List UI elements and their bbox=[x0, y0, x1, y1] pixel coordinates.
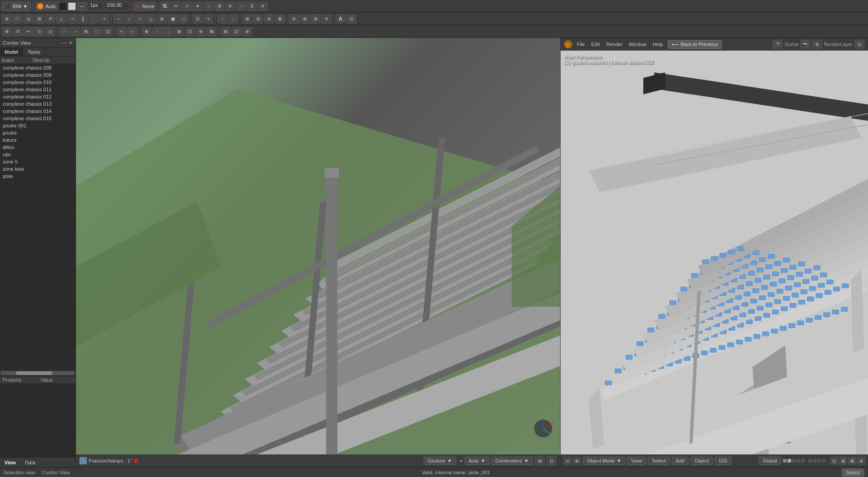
list-item[interactable]: toiture bbox=[0, 136, 75, 144]
auto-dropdown[interactable]: Auto ▼ bbox=[464, 457, 490, 465]
snap-par-btn[interactable]: ∥ bbox=[78, 14, 88, 23]
view-icon-3[interactable]: ⊠ bbox=[848, 457, 856, 465]
list-item[interactable]: dillon bbox=[0, 144, 75, 151]
t3-btn-16[interactable]: ⊞ bbox=[174, 27, 184, 36]
t3-btn-20[interactable]: ⊞ bbox=[221, 27, 231, 36]
text-btn[interactable]: A bbox=[335, 14, 345, 23]
left-viewport[interactable]: X Y Z Francorchamps : 1° Gesture bbox=[76, 38, 561, 467]
close-btn-combo[interactable]: ✕ bbox=[68, 40, 73, 46]
object-mode-btn[interactable]: Object Mode ▼ bbox=[583, 457, 625, 465]
snap-vertex-btn[interactable]: ⊕ bbox=[2, 14, 12, 23]
t3-btn-21[interactable]: ⊡ bbox=[231, 27, 241, 36]
snap-face-btn[interactable]: ◎ bbox=[24, 14, 33, 23]
layer-dot-2[interactable] bbox=[808, 459, 812, 463]
list-item[interactable]: rain bbox=[0, 151, 75, 158]
snap-perp-btn[interactable]: ⊥ bbox=[56, 14, 66, 23]
layer-dot-2[interactable] bbox=[817, 459, 821, 463]
layer-dot[interactable] bbox=[788, 459, 791, 463]
tool-btn-5[interactable]: ○ bbox=[203, 2, 213, 11]
none-dropdown[interactable]: ⊘ None bbox=[133, 2, 156, 11]
gis-btn[interactable]: GIS bbox=[715, 457, 731, 465]
relative-btn[interactable]: △ bbox=[146, 14, 156, 23]
list-item[interactable]: complexe chassis 015 bbox=[0, 115, 75, 122]
list-item[interactable]: complexe chassis 011 bbox=[0, 86, 75, 93]
list-item[interactable]: complexe chassis 012 bbox=[0, 93, 75, 100]
layer-dot[interactable] bbox=[783, 459, 787, 463]
t3-btn-6[interactable]: ↔ bbox=[59, 27, 69, 36]
select-btn[interactable]: Select bbox=[648, 457, 670, 465]
scroll-thumb[interactable] bbox=[16, 371, 53, 375]
extra-btn[interactable]: ⊡ bbox=[346, 14, 356, 23]
fill-btn[interactable]: ▣ bbox=[168, 14, 178, 23]
menu-help[interactable]: Help bbox=[651, 41, 665, 48]
view-icon-2[interactable]: ⊞ bbox=[839, 457, 847, 465]
list-item[interactable]: complexe chassis 009 bbox=[0, 71, 75, 79]
list-item[interactable]: complexe chassis 013 bbox=[0, 100, 75, 108]
snap-angle-btn[interactable]: ↺ bbox=[45, 14, 55, 23]
color-swatch-light[interactable] bbox=[68, 2, 76, 10]
tool-btn-7[interactable]: ✕ bbox=[225, 2, 235, 11]
movedown-btn[interactable]: ↓ bbox=[228, 14, 238, 23]
snap-edge-btn[interactable]: ➕ bbox=[13, 14, 23, 23]
constrain-y-btn[interactable]: ↕ bbox=[124, 14, 134, 23]
array-btn[interactable]: ⊞ bbox=[242, 14, 252, 23]
close-btn[interactable]: □ bbox=[179, 14, 189, 23]
tab-view[interactable]: View bbox=[0, 458, 20, 467]
t3-btn-14[interactable]: ↑ bbox=[152, 27, 162, 36]
line-style-btn[interactable]: — bbox=[77, 2, 87, 11]
list-item[interactable]: zone bois bbox=[0, 165, 75, 173]
tool-btn-close[interactable]: ✕ bbox=[258, 2, 268, 11]
list-item[interactable]: poutre 001 bbox=[0, 122, 75, 129]
workbench-selector[interactable]: ⬛ BIM ▼ bbox=[2, 2, 31, 11]
offset-btn[interactable]: ⊛ bbox=[264, 14, 274, 23]
tab-data[interactable]: Data bbox=[20, 458, 40, 467]
list-item[interactable]: poutre bbox=[0, 129, 75, 136]
global-btn[interactable]: ⊕ bbox=[157, 14, 167, 23]
tool-btn-9[interactable]: ⊻ bbox=[247, 2, 257, 11]
constrain-z-btn[interactable]: ⤢ bbox=[135, 14, 145, 23]
t3-btn-2[interactable]: ↺ bbox=[13, 27, 23, 36]
t3-btn-19[interactable]: ⊠ bbox=[207, 27, 217, 36]
t3-btn-9[interactable]: □ bbox=[92, 27, 102, 36]
scene-icon[interactable]: 🎬 bbox=[773, 40, 783, 49]
layer-dot[interactable] bbox=[801, 459, 805, 463]
list-item[interactable]: complexe chassis 014 bbox=[0, 108, 75, 115]
selection-view-label[interactable]: Selection view bbox=[4, 470, 35, 475]
list-item[interactable]: complexe chassis 008 bbox=[0, 64, 75, 71]
layer-dot[interactable] bbox=[792, 459, 796, 463]
centimeters-dropdown[interactable]: Centimeters ▼ bbox=[491, 457, 533, 465]
stretch-btn[interactable]: ⊠ bbox=[275, 14, 285, 23]
add-btn[interactable]: Add bbox=[672, 457, 689, 465]
wire-btn[interactable]: ⊡ bbox=[193, 14, 203, 23]
layer-dot-2[interactable] bbox=[813, 459, 816, 463]
move-btn[interactable]: ↑ bbox=[217, 14, 227, 23]
gesture-dropdown[interactable]: Gesture ▼ bbox=[424, 457, 456, 465]
left-3d-canvas[interactable]: X Y Z bbox=[76, 38, 560, 454]
list-item[interactable]: complexe chassis 010 bbox=[0, 79, 75, 86]
t3-btn-18[interactable]: ⊛ bbox=[196, 27, 206, 36]
tool-btn-6[interactable]: ⚙ bbox=[214, 2, 224, 11]
right-viewport[interactable]: File Edit Render Window Help ⟵ Back to P… bbox=[561, 38, 868, 467]
viewport-icon-2[interactable]: ⊡ bbox=[547, 456, 557, 465]
t3-btn-11[interactable]: ∿ bbox=[117, 27, 127, 36]
view-btn[interactable]: View bbox=[627, 457, 646, 465]
nav-icon-1[interactable]: ⊙ bbox=[563, 457, 571, 465]
t3-btn-5[interactable]: ⊙ bbox=[45, 27, 55, 36]
menu-render[interactable]: Render bbox=[604, 41, 624, 48]
t3-btn-12[interactable]: ≈ bbox=[127, 27, 137, 36]
color-swatch-dark[interactable] bbox=[59, 2, 67, 10]
line-width-input[interactable]: 1px bbox=[88, 2, 104, 11]
bspline-btn[interactable]: ∿ bbox=[203, 14, 213, 23]
right-3d-canvas[interactable] bbox=[561, 51, 868, 454]
snap-grid-btn[interactable]: ⊞ bbox=[34, 14, 44, 23]
tool-btn-2[interactable]: ✏ bbox=[171, 2, 181, 11]
t3-btn-17[interactable]: ⊡ bbox=[185, 27, 195, 36]
snap-special-btn[interactable]: · bbox=[89, 14, 99, 23]
menu-file[interactable]: File bbox=[575, 41, 587, 48]
menu-edit[interactable]: Edit bbox=[590, 41, 602, 48]
t3-btn-15[interactable]: ↓ bbox=[163, 27, 173, 36]
view-icon-4[interactable]: ⊛ bbox=[857, 457, 865, 465]
render-settings-icon[interactable]: ⚙ bbox=[812, 40, 822, 49]
minimize-btn[interactable]: — bbox=[61, 40, 66, 46]
scale-input[interactable]: 200.00 bbox=[104, 2, 129, 11]
